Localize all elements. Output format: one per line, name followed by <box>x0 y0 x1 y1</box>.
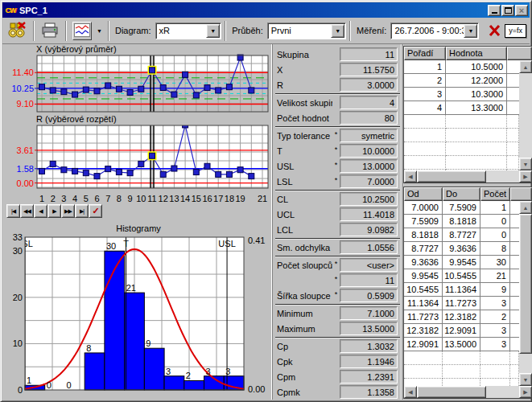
bin-row[interactable]: 12.909113.50003 <box>404 338 519 351</box>
nav-prev-button[interactable]: ◀ <box>34 204 47 218</box>
bin-row[interactable]: 10.545511.13649 <box>404 283 519 297</box>
nav-next-button[interactable]: ▶ <box>47 204 61 218</box>
scroll-thumb[interactable] <box>519 214 532 354</box>
scroll-left-button[interactable]: ◀ <box>404 170 417 183</box>
nav-forward-button[interactable]: ▶▶ <box>61 204 75 218</box>
chevron-down-icon[interactable]: ▼ <box>206 24 220 38</box>
panel-splitter[interactable] <box>271 44 273 400</box>
svg-text:1: 1 <box>27 375 31 385</box>
titlebar[interactable]: CW SPC_1 × <box>2 2 530 18</box>
scroll-track[interactable] <box>417 386 519 398</box>
scroll-right-button[interactable]: ▶ <box>519 386 532 398</box>
table-cell: 9.3636 <box>404 256 443 269</box>
formula-button[interactable]: y=fx <box>505 24 526 38</box>
horizontal-scrollbar[interactable]: ◀▶ <box>404 170 532 183</box>
printer-icon <box>40 22 60 39</box>
value-row[interactable]: 310.3000 <box>404 88 519 101</box>
minimize-button[interactable] <box>488 5 501 16</box>
property-value[interactable]: <user> <box>340 258 398 272</box>
vertical-scrollbar[interactable]: ▲▼ <box>519 60 532 170</box>
svg-text:3.61: 3.61 <box>17 146 34 155</box>
close-button[interactable]: × <box>515 5 528 16</box>
property-label: Maximum <box>277 324 332 334</box>
close-icon: × <box>519 6 524 14</box>
table-empty-row <box>404 156 519 170</box>
bin-row[interactable]: 11.727312.31822 <box>404 310 519 324</box>
svg-text:33: 33 <box>13 232 23 242</box>
find-button[interactable] <box>6 19 30 42</box>
horizontal-scrollbar[interactable]: ◀▶ <box>404 386 532 398</box>
table-header: PořadíHodnota <box>404 47 532 60</box>
scroll-up-button[interactable]: ▲ <box>519 201 532 214</box>
property-label: Velikost skupiny <box>277 98 332 108</box>
prubeh-label: Průběh: <box>232 26 263 35</box>
table-cell: 3 <box>480 338 510 351</box>
bin-row[interactable]: 7.00007.59091 <box>404 201 519 215</box>
property-label: Typ tolerance <box>277 131 332 141</box>
diagram-combobox[interactable]: xR ▼ <box>155 23 222 39</box>
bin-row[interactable]: 8.18188.77270 <box>404 228 519 242</box>
bin-row[interactable]: 12.318212.90913 <box>404 324 519 338</box>
table-cell-stub <box>510 242 519 256</box>
scroll-track[interactable] <box>519 73 532 158</box>
table-cell: 3 <box>404 88 446 101</box>
maximize-button[interactable] <box>501 5 514 16</box>
scroll-up-button[interactable]: ▲ <box>519 60 532 73</box>
table-header-cell: Počet <box>480 187 510 201</box>
value-row[interactable]: 413.3000 <box>404 101 519 115</box>
property-value: 13.5000 <box>340 322 398 335</box>
table-cell: 7.5909 <box>404 215 443 228</box>
scroll-down-button[interactable]: ▼ <box>519 373 532 386</box>
print-button[interactable] <box>38 19 62 42</box>
table-cell: 11.1364 <box>404 297 443 310</box>
delete-button[interactable] <box>484 19 505 42</box>
property-value[interactable]: symetric <box>340 129 398 142</box>
chart-type-dropdown-arrow[interactable]: ▼ <box>94 28 105 34</box>
bin-row[interactable]: 9.36369.954530 <box>404 256 519 269</box>
table-cell-stub <box>510 324 519 338</box>
property-row: LSL*7.0000 <box>274 174 401 189</box>
scroll-left-button[interactable]: ◀ <box>404 386 417 398</box>
scroll-track[interactable] <box>417 170 519 183</box>
table-cell: 13.5000 <box>443 338 480 351</box>
property-value[interactable]: 0.5909 <box>340 289 398 302</box>
vertical-scrollbar[interactable]: ▲▼ <box>519 201 532 386</box>
table-cell: 12.9091 <box>404 338 443 351</box>
bin-row[interactable]: 7.59098.18180 <box>404 215 519 228</box>
nav-last-button[interactable]: ▶| <box>75 204 89 218</box>
property-value[interactable]: 10.0000 <box>340 144 398 158</box>
chevron-down-icon[interactable]: ▼ <box>331 24 344 38</box>
table-cell <box>404 115 446 129</box>
property-value[interactable]: 11 <box>340 273 398 287</box>
table-cell <box>443 365 480 379</box>
toolbar: ▼ Diagram: xR ▼ Průběh: Prvni ▼ Měření: … <box>2 18 530 44</box>
value-row[interactable]: 110.5000 <box>404 60 519 74</box>
svg-text:8: 8 <box>117 194 122 203</box>
scroll-thumb[interactable] <box>417 170 486 183</box>
value-row[interactable]: 212.2000 <box>404 74 519 88</box>
app-icon[interactable]: CW <box>4 4 17 16</box>
chart-type-button[interactable] <box>70 19 94 42</box>
scroll-right-button[interactable]: ▶ <box>519 170 532 183</box>
property-value[interactable]: 7.0000 <box>340 174 398 188</box>
prubeh-combobox[interactable]: Prvni ▼ <box>267 23 346 39</box>
mereni-combobox[interactable]: 26.7.2006 - 9:00:37 ▼ <box>390 23 479 39</box>
bin-row[interactable]: 8.77279.36368 <box>404 242 519 256</box>
bin-row[interactable]: 11.136411.72733 <box>404 297 519 310</box>
property-row: Počet hodnot80 <box>274 110 401 125</box>
chevron-down-icon[interactable]: ▼ <box>464 24 477 38</box>
table-cell <box>404 129 446 142</box>
nav-rewind-button[interactable]: ◀◀ <box>20 204 34 218</box>
property-value[interactable]: 13.0000 <box>340 159 398 173</box>
nav-first-button[interactable]: |◀ <box>6 204 20 218</box>
scroll-track[interactable] <box>519 214 532 373</box>
charts-panel[interactable]: |◀◀◀◀▶▶▶▶|✓ X (výběrový průměr)11.4010.2… <box>4 44 273 401</box>
bin-row[interactable]: 9.954510.545521 <box>404 269 519 283</box>
scroll-down-button[interactable]: ▼ <box>519 158 532 170</box>
svg-text:9: 9 <box>146 338 151 348</box>
scroll-thumb[interactable] <box>417 386 486 398</box>
charts-svg[interactable]: X (výběrový průměr)11.4010.259.10R (výbě… <box>4 44 273 401</box>
panel-splitter[interactable] <box>401 44 402 400</box>
nav-confirm-button[interactable]: ✓ <box>89 204 102 218</box>
property-row: Cpm1.2391 <box>274 369 401 384</box>
